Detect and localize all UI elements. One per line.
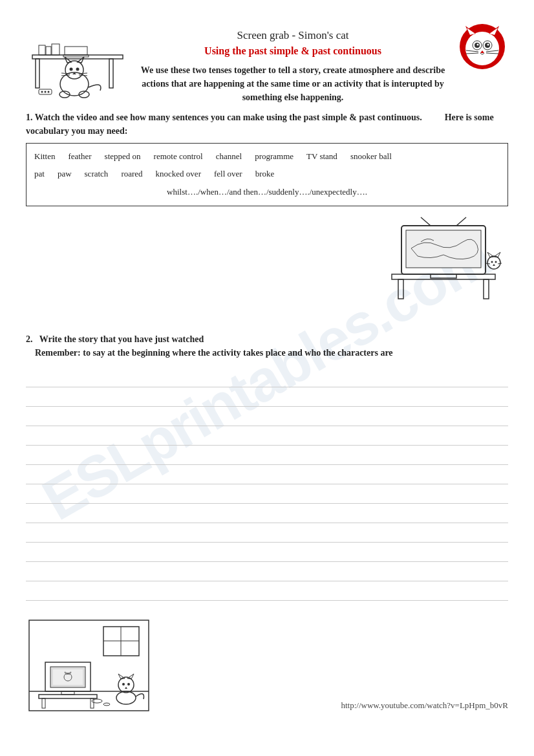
- svg-point-80: [92, 699, 102, 703]
- svg-rect-3: [39, 45, 45, 55]
- vocab-feather: feather: [69, 149, 92, 165]
- svg-line-56: [486, 263, 490, 264]
- vocab-roared: roared: [121, 166, 142, 182]
- svg-point-77: [127, 683, 130, 686]
- svg-marker-78: [125, 687, 127, 689]
- vocab-kitten: Kitten: [34, 149, 56, 165]
- svg-rect-1: [36, 59, 39, 88]
- writing-line-8: [26, 505, 508, 523]
- svg-point-26: [465, 32, 499, 65]
- svg-point-23: [45, 91, 47, 93]
- svg-line-16: [61, 75, 70, 76]
- svg-marker-11: [78, 57, 84, 63]
- writing-line-9: [26, 524, 508, 543]
- section-1-text: Watch the video and see how many sentenc…: [35, 113, 422, 122]
- svg-rect-71: [42, 698, 45, 708]
- svg-rect-2: [109, 59, 113, 88]
- svg-line-48: [421, 217, 431, 226]
- svg-line-49: [456, 217, 466, 226]
- svg-marker-10: [65, 57, 71, 63]
- section-1: 1. Watch the video and see how many sent…: [26, 111, 508, 206]
- svg-point-50: [487, 256, 500, 269]
- section-2-text: Write the story that you have just watch…: [39, 334, 204, 344]
- svg-point-13: [76, 68, 80, 71]
- svg-rect-46: [406, 230, 481, 268]
- writing-lines: [26, 369, 508, 601]
- svg-rect-5: [52, 44, 59, 55]
- writing-line-10: [26, 544, 508, 562]
- tv-illustration: [385, 216, 502, 307]
- svg-point-54: [495, 261, 497, 263]
- svg-line-57: [498, 263, 502, 264]
- vocab-snooker-ball: snooker ball: [350, 149, 392, 165]
- svg-point-73: [118, 677, 134, 693]
- svg-point-53: [491, 261, 493, 263]
- cat-illustration-top: [26, 32, 129, 103]
- svg-point-24: [48, 91, 50, 93]
- vocab-connectors: whilst…./when…/and then…/suddenly…./unex…: [34, 184, 500, 200]
- writing-line-12: [26, 583, 508, 601]
- vocab-broke: broke: [255, 166, 275, 182]
- svg-line-18: [79, 75, 87, 76]
- vocab-row-2: pat paw scratch roared knocked over fell…: [34, 166, 500, 182]
- vocab-scratch: scratch: [85, 166, 109, 182]
- svg-point-8: [60, 72, 89, 96]
- svg-point-22: [41, 91, 43, 93]
- bottom-area: http://www.youtube.com/watch?v=LpHpm_b0v…: [26, 614, 508, 717]
- writing-line-4: [26, 427, 508, 446]
- svg-rect-43: [398, 279, 403, 299]
- vocab-remote-control: remote control: [154, 149, 203, 165]
- writing-line-6: [26, 466, 508, 484]
- vocab-stepped-on: stepped on: [105, 149, 141, 165]
- writing-line-2: [26, 389, 508, 407]
- svg-point-79: [116, 691, 136, 704]
- svg-rect-7: [63, 55, 89, 57]
- svg-rect-4: [46, 47, 51, 55]
- svg-rect-65: [53, 669, 83, 685]
- vocab-pat: pat: [34, 166, 45, 182]
- svg-rect-6: [65, 47, 87, 55]
- svg-point-9: [65, 61, 83, 79]
- svg-marker-55: [493, 264, 495, 266]
- writing-line-1: [26, 369, 508, 387]
- writing-line-5: [26, 447, 508, 465]
- vocab-row-1: Kitten feather stepped on remote control…: [34, 149, 500, 165]
- url-text: http://www.youtube.com/watch?v=LpHpm_b0v…: [341, 700, 508, 717]
- vocab-paw: paw: [58, 166, 72, 182]
- writing-line-7: [26, 486, 508, 504]
- page-title: Screen grab - Simon's cat: [136, 29, 450, 42]
- svg-rect-44: [484, 279, 489, 299]
- svg-point-35: [477, 44, 479, 46]
- cat-logo: [456, 19, 508, 71]
- writing-line-3: [26, 408, 508, 426]
- svg-rect-58: [29, 620, 149, 711]
- room-illustration: [26, 614, 155, 717]
- section-2-number: 2.: [26, 334, 33, 344]
- vocab-box: Kitten feather stepped on remote control…: [26, 143, 508, 206]
- section-2: 2. Write the story that you have just wa…: [26, 332, 508, 601]
- section-1-title: 1. Watch the video and see how many sent…: [26, 111, 508, 138]
- svg-rect-42: [392, 274, 495, 279]
- section-2-remember: Remember: to say at the beginning where …: [35, 348, 393, 358]
- vocab-tv-stand: TV stand: [306, 149, 337, 165]
- svg-point-12: [70, 68, 73, 71]
- svg-point-76: [122, 683, 125, 686]
- page-subtitle: Using the past simple & past continuous: [136, 45, 450, 57]
- vocab-programme: programme: [255, 149, 294, 165]
- svg-point-36: [487, 44, 489, 46]
- svg-rect-70: [39, 695, 97, 698]
- writing-line-11: [26, 563, 508, 581]
- section-2-title: 2. Write the story that you have just wa…: [26, 332, 508, 360]
- middle-section: [26, 216, 508, 319]
- vocab-fell-over: fell over: [214, 166, 242, 182]
- svg-point-81: [103, 703, 110, 706]
- vocab-knocked-over: knocked over: [156, 166, 201, 182]
- vocab-channel: channel: [216, 149, 242, 165]
- section-1-number: 1.: [26, 113, 33, 122]
- intro-text: We use these two tenses together to tell…: [136, 63, 450, 104]
